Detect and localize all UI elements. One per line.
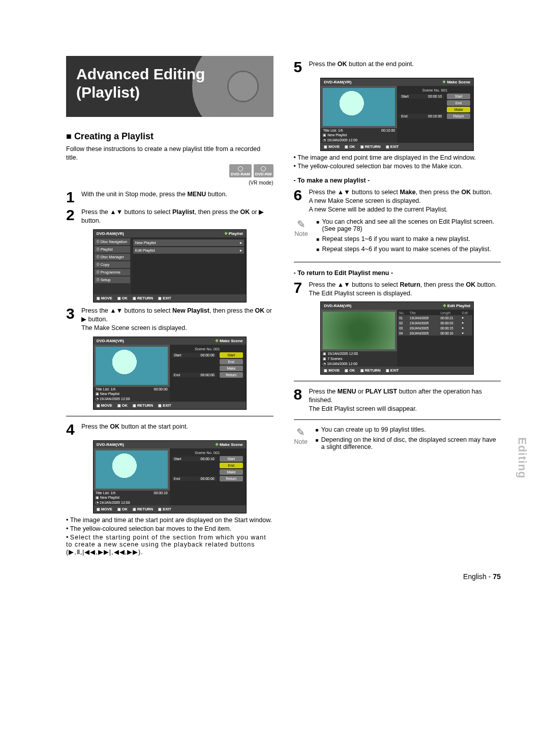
step-number: 4 xyxy=(66,422,77,436)
note-item: You can create up to 99 playlist titles. xyxy=(321,426,501,433)
osd-button-start: Start xyxy=(447,94,470,99)
table-row: 0420/JAN/200500:00:16 xyxy=(398,330,472,336)
osd-titlebar: DVD-RAM(VR)Make Scene xyxy=(94,337,246,345)
table-row: 0320/JAN/200500:00:15 xyxy=(398,325,472,330)
step-number: 7 xyxy=(294,281,305,298)
step-body: Press the MENU or PLAY LIST button after… xyxy=(309,387,501,413)
divider xyxy=(66,416,273,416)
osd-playlist-menu: DVD-RAM(VR) Playlist Disc Navigation Pla… xyxy=(93,229,247,303)
chapter-header: Advanced Editing (Playlist) xyxy=(66,56,273,117)
step-body: Press the OK button at the start point. xyxy=(81,422,188,436)
preview-thumbnail xyxy=(323,88,395,126)
osd-button-make: Make xyxy=(447,107,470,112)
osd-button-start: Start xyxy=(220,352,243,358)
note-item: Depending on the kind of disc, the displ… xyxy=(321,436,501,450)
list-item: The image and end point time are display… xyxy=(294,154,501,161)
step-number: 1 xyxy=(66,190,77,204)
playlist-table: No.TitleLengthEdit 0119/JAN/200500:00:21… xyxy=(398,311,472,336)
preview-thumbnail xyxy=(323,312,395,349)
osd-button-end: End xyxy=(447,100,470,106)
osd-button-start: Start xyxy=(220,456,243,462)
menu-item: Disc Manager xyxy=(95,254,130,260)
osd-button-end: End xyxy=(220,463,243,468)
menu-item: Playlist xyxy=(95,246,130,253)
osd-footer: MOVEOKRETURNEXIT xyxy=(94,402,246,409)
preview-thumbnail xyxy=(96,347,168,385)
note-icon: ✎ Note xyxy=(294,218,309,256)
menu-item: Disc Navigation xyxy=(95,238,130,245)
submenu-item: New Playlist▸ xyxy=(133,239,244,246)
note-block-1: ✎ Note You can check and see all the sce… xyxy=(294,218,501,256)
menu-item: Setup xyxy=(95,277,130,283)
vr-mode-note: (VR mode) xyxy=(66,179,273,187)
note-icon: ✎ Note xyxy=(294,426,308,453)
chapter-title: Advanced Editing (Playlist) xyxy=(66,56,273,111)
osd-make-scene-3: DVD-RAM(VR)Make Scene Title List: 1/600:… xyxy=(93,337,247,410)
submenu-item: Edit Playlist▸ xyxy=(133,247,244,254)
step-number: 6 xyxy=(294,188,305,214)
step-body: Press the ▲▼ buttons to select Playlist,… xyxy=(81,208,273,225)
step-7: 7 Press the ▲▼ buttons to select Return,… xyxy=(294,281,501,298)
note-block-2: ✎ Note You can create up to 99 playlist … xyxy=(294,426,501,453)
list-item: Select the starting point of the section… xyxy=(66,534,273,556)
step-body: Press the OK button at the end point. xyxy=(309,60,414,74)
osd-button-make: Make xyxy=(220,469,243,475)
list-item: The yellow-coloured selection bar moves … xyxy=(66,525,273,532)
section-intro: Follow these instructions to create a ne… xyxy=(66,145,273,162)
disc-tag-ram: DVD-RAM xyxy=(229,164,252,177)
step-body: Press the ▲▼ buttons to select Make, the… xyxy=(309,188,492,214)
step-4: 4 Press the OK button at the start point… xyxy=(66,422,273,436)
scene-no: Scene No. 001 xyxy=(172,347,243,351)
divider xyxy=(294,262,501,262)
osd-side-nav: Disc Navigation Playlist Disc Manager Co… xyxy=(94,237,131,294)
subhead-make-playlist: - To make a new playlist - xyxy=(294,177,501,184)
step-body: Press the ▲▼ buttons to select Return, t… xyxy=(309,281,497,298)
step-8: 8 Press the MENU or PLAY LIST button aft… xyxy=(294,387,501,413)
osd-button-make: Make xyxy=(220,366,243,371)
note-item: Repeat steps 4~6 if you want to make sce… xyxy=(322,246,501,253)
step-6: 6 Press the ▲▼ buttons to select Make, t… xyxy=(294,188,501,214)
list-item: The image and time at the start point ar… xyxy=(66,517,273,524)
osd-button-end: End xyxy=(220,359,243,365)
page-footer: English - 75 xyxy=(66,572,501,581)
note-item: You can check and see all the scenes on … xyxy=(322,218,501,232)
osd-footer: MOVEOKRETURNEXIT xyxy=(94,294,246,302)
section-tab: Editing xyxy=(515,437,529,479)
step-number: 8 xyxy=(294,387,305,413)
osd-edit-playlist: DVD-RAM(VR)Edit Playlist ▣ 19/JAN/2005 1… xyxy=(320,301,474,375)
step-5: 5 Press the OK button at the end point. xyxy=(294,60,501,74)
osd-make-scene-4: DVD-RAM(VR)Make Scene Title List: 1/600:… xyxy=(93,440,247,513)
subhead-return-menu: - To return to Edit Playlist menu - xyxy=(294,269,501,277)
table-row: 0219/JAN/200500:00:03 xyxy=(398,320,472,325)
step-body: Press the ▲▼ buttons to select New Playl… xyxy=(81,307,273,332)
divider xyxy=(294,381,501,381)
disc-tag-rw: DVD-RW xyxy=(254,164,273,177)
step-1: 1 With the unit in Stop mode, press the … xyxy=(66,190,273,204)
left-column: Advanced Editing (Playlist) Creating a P… xyxy=(66,56,273,557)
step-number: 3 xyxy=(66,307,77,332)
menu-item: Programme xyxy=(95,269,130,276)
step-3: 3 Press the ▲▼ buttons to select New Pla… xyxy=(66,307,273,332)
step-5-notes: The image and end point time are display… xyxy=(294,154,501,170)
step-number: 5 xyxy=(294,60,305,74)
osd-button-return: Return xyxy=(220,476,243,481)
osd-button-return: Return xyxy=(447,113,470,119)
osd-make-scene-5: DVD-RAM(VR)Make Scene Title List: 1/600:… xyxy=(320,78,474,151)
osd-button-return: Return xyxy=(220,372,243,378)
preview-thumbnail xyxy=(96,450,168,489)
section-title: Creating a Playlist xyxy=(66,131,273,142)
osd-titlebar: DVD-RAM(VR) Playlist xyxy=(94,230,246,237)
right-column: 5 Press the OK button at the end point. … xyxy=(294,56,501,557)
disc-compat-tags: DVD-RAM DVD-RW xyxy=(66,164,273,177)
step-2: 2 Press the ▲▼ buttons to select Playlis… xyxy=(66,208,273,225)
list-item: The yellow-coloured selection bar moves … xyxy=(294,163,501,170)
table-row: 0119/JAN/200500:00:21 xyxy=(398,315,472,320)
step-number: 2 xyxy=(66,208,77,225)
note-item: Repeat steps 1~6 if you want to make a n… xyxy=(322,235,501,243)
step-body: With the unit in Stop mode, press the ME… xyxy=(81,190,227,204)
menu-item: Copy xyxy=(95,261,130,268)
divider xyxy=(294,419,501,420)
step-4-notes: The image and time at the start point ar… xyxy=(66,517,273,556)
